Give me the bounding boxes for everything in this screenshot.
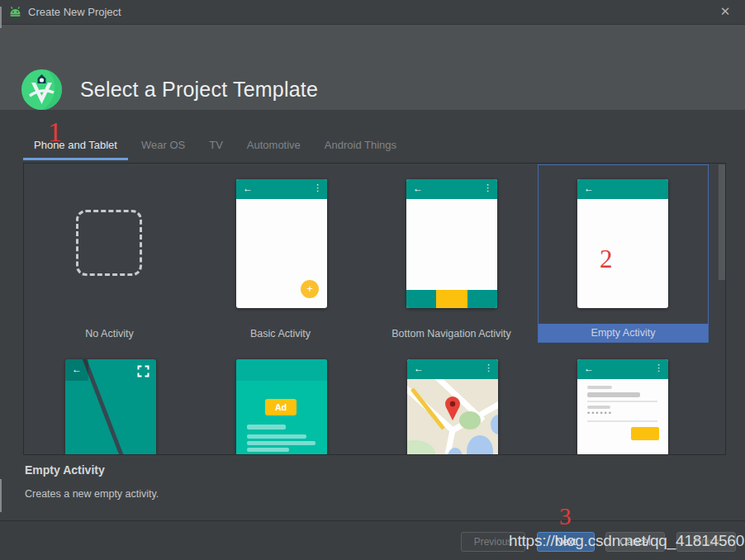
android-studio-logo-icon: [21, 69, 62, 110]
back-arrow-icon: ←: [65, 359, 88, 381]
text-placeholder-line: [247, 441, 316, 445]
template-label-bottom-navigation-activity: Bottom Navigation Activity: [366, 328, 537, 339]
tab-tv[interactable]: TV: [198, 133, 234, 160]
template-label-no-activity: No Activity: [24, 328, 195, 339]
titlebar[interactable]: Create New Project ✕: [0, 0, 745, 25]
back-arrow-icon: ←: [243, 183, 253, 194]
field-value-placeholder: [587, 392, 640, 397]
password-dots: ••••••: [587, 409, 613, 417]
template-label-empty-activity: Empty Activity: [539, 324, 708, 342]
template-card-login-activity[interactable]: ← ⋮ ••••••: [577, 359, 668, 455]
dialog-header: Select a Project Template: [0, 25, 745, 110]
page-title: Select a Project Template: [80, 78, 318, 102]
close-icon[interactable]: ✕: [717, 4, 733, 19]
fullscreen-icon: [137, 365, 149, 377]
template-card-basic-activity[interactable]: ← ⋮ +: [236, 179, 327, 308]
diagonal-decoration: [83, 359, 126, 455]
field-underline: [587, 401, 657, 402]
field-underline: [587, 420, 657, 422]
overflow-menu-icon: ⋮: [654, 363, 663, 373]
template-card-empty-activity[interactable]: ←: [577, 179, 668, 308]
android-bugdroid-icon: [8, 6, 22, 19]
tab-wear-os[interactable]: Wear OS: [130, 133, 196, 160]
template-label-basic-activity: Basic Activity: [195, 328, 366, 339]
template-card-google-maps-activity[interactable]: ← ⋮: [407, 359, 498, 455]
text-placeholder-line: [247, 448, 289, 452]
csdn-watermark: https://blog.csdn.net/qq_41814560: [509, 532, 744, 550]
mock-appbar: ←: [577, 179, 668, 199]
mock-appbar: ← ⋮: [577, 359, 668, 379]
back-arrow-icon: ←: [414, 363, 424, 374]
mock-appbar: [236, 359, 327, 381]
back-arrow-icon: ←: [413, 183, 423, 194]
template-card-no-activity[interactable]: [76, 210, 142, 276]
window-title: Create New Project: [28, 6, 121, 18]
template-card-bottom-navigation-activity[interactable]: ← ⋮: [406, 179, 497, 308]
grid-scrollbar[interactable]: [719, 164, 725, 280]
mock-appbar: ← ⋮: [406, 179, 497, 199]
background-window-edge: [0, 479, 2, 512]
overflow-menu-icon: ⋮: [483, 183, 492, 193]
template-grid: Empty Activity No Activity ← ⋮ + Basic A…: [23, 163, 726, 455]
tab-phone-and-tablet[interactable]: Phone and Tablet: [23, 133, 128, 160]
annotation-step-2: 2: [600, 244, 613, 274]
text-placeholder-line: [247, 434, 306, 439]
selected-template-description: Creates a new empty activity.: [25, 488, 159, 500]
mock-bottom-nav: [406, 290, 497, 308]
selected-template-title: Empty Activity: [25, 463, 105, 477]
mock-appbar: ← ⋮: [236, 179, 327, 199]
template-card-admob-ads-activity[interactable]: Ad: [236, 359, 327, 455]
bottom-nav-segment-active: [436, 290, 467, 308]
back-arrow-icon: ←: [584, 183, 594, 194]
overflow-menu-icon: ⋮: [313, 183, 322, 193]
field-label-placeholder: [587, 386, 612, 389]
tab-automotive[interactable]: Automotive: [236, 133, 311, 160]
fab-plus-icon: +: [301, 280, 319, 298]
bottom-nav-segment: [406, 290, 436, 308]
login-button-placeholder: [631, 427, 659, 440]
map-preview: [407, 379, 498, 455]
text-placeholder-line: [247, 425, 286, 429]
annotation-step-1: 1: [48, 116, 62, 148]
template-card-fullscreen-activity[interactable]: ←: [65, 359, 156, 455]
ad-badge: Ad: [265, 399, 297, 415]
bottom-nav-segment: [467, 290, 497, 308]
form-factor-tabs: Phone and Tablet Wear OS TV Automotive A…: [23, 133, 410, 160]
overflow-menu-icon: ⋮: [484, 363, 493, 373]
background-window-edge: [0, 7, 2, 28]
mock-appbar: ← ⋮: [407, 359, 498, 379]
create-new-project-dialog: Create New Project ✕ Select a Project Te…: [0, 0, 745, 560]
annotation-step-3: 3: [559, 503, 572, 530]
tab-android-things[interactable]: Android Things: [314, 133, 407, 160]
back-arrow-icon: ←: [584, 363, 594, 374]
